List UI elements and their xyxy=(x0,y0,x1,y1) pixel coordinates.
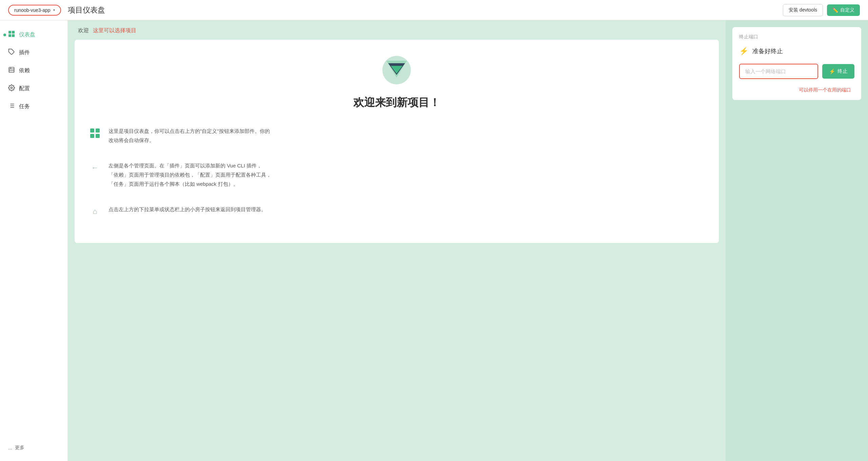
svg-rect-5 xyxy=(9,67,14,73)
svg-rect-2 xyxy=(8,34,11,37)
port-input[interactable] xyxy=(739,64,818,79)
feature-text-pages: 左侧是各个管理页面。在「插件」页面可以添加新的 Vue CLI 插件，「依赖」页… xyxy=(108,161,271,188)
more-dots: ... xyxy=(8,445,12,450)
terminal-card: 终止端口 ⚡ 准备好终止 ⚡ 终止 可以停用一个在用的端口 xyxy=(732,27,861,100)
svg-rect-0 xyxy=(8,31,11,34)
sidebar-item-dependencies[interactable]: 依赖 xyxy=(0,62,67,80)
feature-text-home: 点击左上方的下拉菜单或状态栏上的小房子按钮来返回到项目管理器。 xyxy=(108,205,266,214)
svg-rect-3 xyxy=(12,34,15,37)
active-dot xyxy=(3,34,6,36)
svg-point-9 xyxy=(11,87,13,89)
lightning-icon: ⚡ xyxy=(739,47,748,56)
project-selector[interactable]: runoob-vue3-app ▾ xyxy=(8,5,61,16)
header-actions: 安装 devtools ✏️ 自定义 xyxy=(783,4,860,16)
more-label: 更多 xyxy=(15,445,24,451)
vue-logo xyxy=(380,53,414,87)
home-icon: ⌂ xyxy=(93,207,97,216)
feature-text-dashboard: 这里是项目仪表盘，你可以点击右上方的"自定义"按钮来添加部件。你的改动将会自动保… xyxy=(108,126,271,145)
edit-icon: ✏️ xyxy=(832,7,838,13)
feature-list: 这里是项目仪表盘，你可以点击右上方的"自定义"按钮来添加部件。你的改动将会自动保… xyxy=(88,126,705,218)
feature-icon-wrapper-arrow: ← xyxy=(88,161,102,175)
gear-icon xyxy=(8,84,15,93)
feature-item-dashboard: 这里是项目仪表盘，你可以点击右上方的"自定义"按钮来添加部件。你的改动将会自动保… xyxy=(88,126,705,145)
page-title: 项目仪表盘 xyxy=(68,5,776,15)
welcome-prefix: 欢迎 xyxy=(78,27,89,34)
feature-grid-icon xyxy=(90,128,100,138)
terminal-input-row: ⚡ 终止 xyxy=(739,64,854,79)
book-icon xyxy=(8,66,15,75)
sidebar-item-plugins[interactable]: 插件 xyxy=(0,44,67,62)
welcome-header: 欢迎 这里可以选择项目 xyxy=(68,20,726,40)
svg-rect-1 xyxy=(12,31,15,34)
project-name: runoob-vue3-app xyxy=(14,7,51,13)
terminate-label: 终止 xyxy=(837,68,848,75)
customize-button[interactable]: ✏️ 自定义 xyxy=(827,4,860,16)
header: runoob-vue3-app ▾ 项目仪表盘 安装 devtools ✏️ 自… xyxy=(0,0,868,20)
customize-label: 自定义 xyxy=(840,7,854,13)
welcome-title: 欢迎来到新项目！ xyxy=(88,95,705,110)
puzzle-icon xyxy=(8,48,15,57)
welcome-card: 欢迎来到新项目！ 这里是项目仪表盘，你可以点击右上方的"自定义"按钮来添加部件。… xyxy=(75,40,719,243)
tasks-icon xyxy=(8,102,15,111)
terminal-header-label: 终止端口 xyxy=(739,34,854,40)
arrow-left-icon: ← xyxy=(91,163,99,172)
terminate-lightning-icon: ⚡ xyxy=(829,68,835,75)
port-annotation: 可以停用一个在用的端口 xyxy=(739,87,854,93)
sidebar-label-configuration: 配置 xyxy=(19,85,30,92)
sidebar: 仪表盘 插件 依赖 xyxy=(0,20,68,461)
main-panel: 欢迎 这里可以选择项目 欢迎来到新项目！ xyxy=(68,20,726,461)
sidebar-label-tasks: 任务 xyxy=(19,103,30,110)
content-area: 欢迎 这里可以选择项目 欢迎来到新项目！ xyxy=(68,20,868,461)
feature-icon-wrapper-grid xyxy=(88,126,102,140)
sidebar-item-tasks[interactable]: 任务 xyxy=(0,98,67,116)
chevron-down-icon: ▾ xyxy=(53,8,55,12)
sidebar-item-dashboard[interactable]: 仪表盘 xyxy=(0,26,67,44)
feature-item-home: ⌂ 点击左上方的下拉菜单或状态栏上的小房子按钮来返回到项目管理器。 xyxy=(88,205,705,218)
install-devtools-button[interactable]: 安装 devtools xyxy=(783,4,823,16)
vue-logo-wrapper xyxy=(88,53,705,87)
grid-icon xyxy=(8,31,15,39)
sidebar-label-plugins: 插件 xyxy=(19,49,30,56)
feature-item-pages: ← 左侧是各个管理页面。在「插件」页面可以添加新的 Vue CLI 插件，「依赖… xyxy=(88,161,705,188)
select-project-hint: 这里可以选择项目 xyxy=(93,27,136,34)
terminal-status-text: 准备好终止 xyxy=(752,47,783,55)
terminate-button[interactable]: ⚡ 终止 xyxy=(822,64,854,79)
sidebar-more[interactable]: ... 更多 xyxy=(0,440,67,456)
sidebar-item-configuration[interactable]: 配置 xyxy=(0,80,67,98)
sidebar-label-dependencies: 依赖 xyxy=(19,67,30,74)
sidebar-label-dashboard: 仪表盘 xyxy=(19,31,35,38)
feature-icon-wrapper-home: ⌂ xyxy=(88,205,102,218)
main-layout: 仪表盘 插件 依赖 xyxy=(0,20,868,461)
terminal-status: ⚡ 准备好终止 xyxy=(739,47,854,56)
right-panel: 终止端口 ⚡ 准备好终止 ⚡ 终止 可以停用一个在用的端口 xyxy=(726,20,868,461)
